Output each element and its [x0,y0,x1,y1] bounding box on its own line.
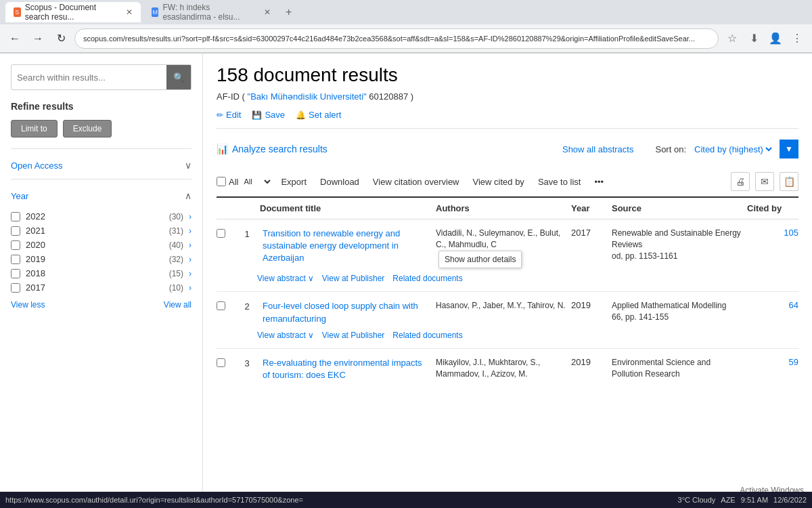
profile-btn[interactable]: 👤 [766,29,785,48]
year-2022-count: (30) [169,212,183,221]
edit-icon: ✏ [217,110,223,120]
bookmark-btn[interactable]: ☆ [723,29,742,48]
tab-email[interactable]: M FW: h indeks esaslandirma - elsu... ✕ [143,2,279,22]
view-less-link[interactable]: View less [11,300,45,310]
year-2018-checkbox[interactable] [11,269,20,278]
doc-1-related-link[interactable]: Related documents [392,274,462,283]
download-btn[interactable]: Download [317,174,362,190]
doc-2-view-abstract-link[interactable]: View abstract ∨ [257,331,314,340]
exclude-btn[interactable]: Exclude [63,120,112,137]
doc-2-title[interactable]: Four-level closed loop supply chain with… [257,300,433,324]
forward-btn[interactable]: → [28,29,47,48]
affil-name-link[interactable]: "Bakı Mühəndislik Universiteti" [248,91,367,102]
save-icon: 💾 [252,110,262,120]
year-2022-arrow-icon[interactable]: › [189,212,191,221]
doc-2-cited-by[interactable]: 64 [744,300,798,310]
save-link[interactable]: 💾 Save [252,110,285,120]
doc-1-cited-by[interactable]: 105 [744,228,798,238]
date-display: 12/6/2022 [773,496,807,504]
browser-chrome: S Scopus - Document search resu... ✕ M F… [0,0,812,54]
year-2017-checkbox[interactable] [11,283,20,293]
doc-1-view-publisher-link[interactable]: View at Publisher [322,274,385,283]
col-source-header: Source [609,203,744,213]
doc-2-checkbox[interactable] [217,301,225,310]
set-alert-label: Set alert [309,110,341,120]
reload-btn[interactable]: ↻ [51,29,70,48]
year-2022-checkbox[interactable] [11,212,20,221]
tab-bar: S Scopus - Document search resu... ✕ M F… [0,0,812,24]
year-2018-arrow-icon[interactable]: › [189,269,191,278]
year-2019-arrow-icon[interactable]: › [189,255,191,264]
email-favicon: M [152,7,158,17]
doc-3-checkbox[interactable] [217,358,225,367]
status-info: 3°C Cloudy AZE 9:51 AM 12/6/2022 [678,496,807,504]
sort-dropdown-btn[interactable]: ▼ [780,140,798,158]
clipboard-btn[interactable]: 📋 [780,172,798,191]
export-btn[interactable]: Export [278,174,309,190]
affil-prefix: AF-ID ( [217,91,245,102]
address-input[interactable] [74,28,719,49]
year-2017-label: 2017 [26,282,164,293]
set-alert-link[interactable]: 🔔 Set alert [296,110,341,120]
col-headers: Document title Authors Year Source Cited… [217,198,798,219]
back-btn[interactable]: ← [5,29,24,48]
email-btn[interactable]: ✉ [755,172,774,191]
search-button[interactable]: 🔍 [166,65,191,89]
view-citation-btn[interactable]: View citation overview [370,174,462,190]
doc-1-title[interactable]: Transition to renewable energy and susta… [257,228,433,265]
view-cited-btn[interactable]: View cited by [470,174,527,190]
print-btn[interactable]: 🖨 [731,172,750,191]
limit-to-btn[interactable]: Limit to [11,120,58,137]
select-all-checkbox[interactable] [217,177,226,186]
doc-3-cited-by[interactable]: 59 [744,357,798,367]
sort-on-label: Sort on: [655,144,686,154]
sort-select[interactable]: Cited by (highest) Date (newest) Date (o… [692,144,774,155]
alert-icon: 🔔 [296,110,306,120]
doc-1-checkbox[interactable] [217,229,225,238]
year-2018-label: 2018 [26,268,164,278]
tab-close-btn[interactable]: ✕ [126,7,133,17]
extension-btn[interactable]: ⬇ [744,29,763,48]
search-input[interactable] [12,67,166,88]
menu-btn[interactable]: ⋮ [788,29,807,48]
open-access-header[interactable]: Open Access ∨ [11,157,191,173]
doc-toolbar-actions: Export Download View citation overview V… [278,174,606,190]
all-dropdown[interactable]: All None [241,177,273,186]
tab-active[interactable]: S Scopus - Document search resu... ✕ [5,2,141,22]
doc-1-source: Renewable and Sustainable Energy Reviews… [609,228,744,261]
tab-email-close[interactable]: ✕ [264,7,271,17]
year-2021-checkbox[interactable] [11,226,20,236]
doc-3-title[interactable]: Re-evaluating the environmental impacts … [257,357,433,381]
year-2021-arrow-icon[interactable]: › [189,226,191,236]
year-2020-checkbox[interactable] [11,240,20,250]
affil-suffix: ) [411,91,413,102]
save-list-btn[interactable]: Save to list [535,174,584,190]
main-content: 158 document results AF-ID ( "Bakı Mühən… [203,54,812,508]
doc-1-author-tooltip[interactable]: Show author details [438,251,522,269]
year-2021-count: (31) [169,226,183,236]
show-abstracts-link[interactable]: Show all abstracts [562,144,634,154]
doc-1-authors: Vidadili, N., Suleymanov, E., Bulut, C.,… [433,228,568,268]
all-select: All All None [217,177,273,187]
toolbar-icons: 🖨 ✉ 📋 [731,172,798,191]
refine-buttons: Limit to Exclude [11,120,191,137]
col-authors-header: Authors [433,203,568,213]
status-url: https://www.scopus.com/authid/detail.uri… [5,496,670,504]
year-2019-checkbox[interactable] [11,255,20,264]
doc-2-view-publisher-link[interactable]: View at Publisher [322,331,385,340]
doc-2-related-link[interactable]: Related documents [392,331,462,340]
new-tab-btn[interactable]: + [281,6,296,18]
more-actions-btn[interactable]: ••• [591,174,606,190]
view-all-link[interactable]: View all [164,300,191,310]
doc-1-num: 1 [237,228,257,239]
analyze-btn[interactable]: 📊 Analyze search results [217,144,328,154]
doc-3-source: Environmental Science and Pollution Rese… [609,357,744,380]
open-access-label: Open Access [11,161,63,171]
doc-1-view-abstract-link[interactable]: View abstract ∨ [257,274,314,283]
year-header[interactable]: Year ∧ [11,188,191,204]
open-access-filter: Open Access ∨ [11,148,191,173]
year-2020-arrow-icon[interactable]: › [189,240,191,250]
doc-2-authors: Hasanov, P., Jaber, M.Y., Tahirov, N. [433,300,568,312]
edit-link[interactable]: ✏ Edit [217,110,241,120]
year-2017-arrow-icon[interactable]: › [189,283,191,293]
